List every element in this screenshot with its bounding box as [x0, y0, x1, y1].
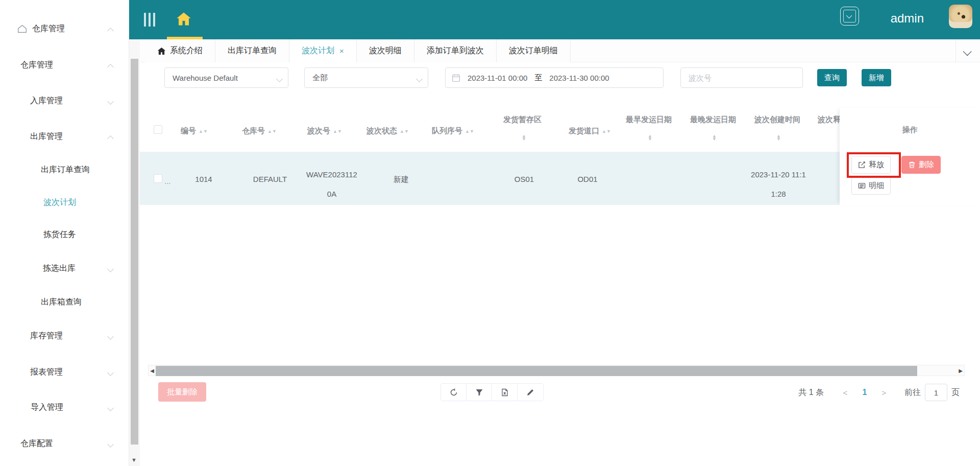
tab-bar: 系统介绍 出库订单查询 波次计划 × 波次明细 添加订单到波次 波次订单明细: [140, 39, 980, 62]
sidebar-item-inventory-mgmt[interactable]: 库存管理: [30, 329, 63, 342]
funnel-icon: [475, 388, 483, 397]
horizontal-scrollbar-thumb[interactable]: [156, 366, 917, 376]
add-button[interactable]: 新增: [862, 69, 891, 86]
row-checkbox[interactable]: [154, 174, 162, 183]
table-footer: 批量删除 共 1 条 < 1 > 前往 页: [140, 376, 980, 412]
tab-wave-plan[interactable]: 波次计划 ×: [289, 39, 357, 62]
main-content: 系统介绍 出库订单查询 波次计划 × 波次明细 添加订单到波次 波次订单明细 W…: [140, 39, 980, 466]
date-range-picker[interactable]: 2023-11-01 00:00 至 2023-11-30 00:00: [445, 67, 664, 88]
menu-toggle-button[interactable]: [144, 13, 156, 27]
avatar[interactable]: [949, 5, 972, 28]
cell-staging-area: OS01: [507, 175, 541, 183]
filter-button[interactable]: [467, 384, 492, 401]
current-page-button[interactable]: 1: [854, 388, 875, 397]
sidebar-item-outbound-mgmt[interactable]: 出库管理: [30, 130, 63, 143]
delete-button[interactable]: 删除: [901, 156, 941, 174]
sidebar-item-label: 波次计划: [43, 197, 76, 208]
col-wave-no[interactable]: 波次号▲▼: [307, 126, 342, 136]
filter-bar: Warehouse Default 全部 2023-11-01 00:00 至 …: [140, 62, 980, 113]
detail-button[interactable]: 明细: [851, 177, 891, 195]
tab-system-intro[interactable]: 系统介绍: [145, 39, 215, 62]
col-earliest-ship-date[interactable]: 最早发运日期: [626, 115, 672, 125]
tab-overflow-button[interactable]: [955, 39, 980, 62]
vertical-scrollbar[interactable]: ▼: [129, 39, 140, 466]
sidebar-item-warehouse-config[interactable]: 仓库配置: [20, 437, 53, 450]
chevron-down-icon: [964, 47, 972, 55]
sidebar-item-outbound-box-query[interactable]: 出库箱查询: [41, 295, 82, 309]
tab-add-order-to-wave[interactable]: 添加订单到波次: [414, 39, 497, 62]
col-warehouse[interactable]: 仓库号▲▼: [242, 126, 277, 136]
tab-wave-detail[interactable]: 波次明细: [357, 39, 414, 62]
sort-icons[interactable]: ▲▼: [199, 130, 208, 133]
next-page-button[interactable]: >: [875, 388, 893, 397]
sidebar-item-warehouse-mgmt[interactable]: 仓库管理: [20, 58, 53, 72]
edit-columns-button[interactable]: [518, 384, 543, 401]
sort-icons[interactable]: ▲▼: [465, 130, 474, 133]
pen-icon: [526, 388, 534, 397]
sort-icons[interactable]: ▲▼: [648, 134, 652, 141]
col-dock[interactable]: 发货道口▲▼: [569, 126, 611, 136]
col-wave-release[interactable]: 波次释: [818, 115, 841, 125]
username-label[interactable]: admin: [891, 11, 924, 26]
sidebar-item-pick-outbound[interactable]: 拣选出库: [43, 262, 76, 275]
query-button[interactable]: 查询: [817, 69, 847, 86]
scroll-left-arrow-icon[interactable]: ◀: [149, 368, 156, 374]
tab-outbound-order-query[interactable]: 出库订单查询: [215, 39, 289, 62]
close-icon[interactable]: ×: [339, 46, 344, 55]
sidebar-item-inbound-mgmt[interactable]: 入库管理: [30, 94, 63, 107]
tab-label: 系统介绍: [170, 45, 203, 56]
sort-icons[interactable]: ▲▼: [400, 130, 409, 133]
sort-icons[interactable]: ▲▼: [712, 134, 717, 141]
chevron-down-icon: [108, 405, 114, 410]
scroll-down-arrow-icon[interactable]: ▼: [131, 457, 137, 463]
col-wave-status[interactable]: 波次状态▲▼: [366, 126, 409, 136]
tab-wave-order-detail[interactable]: 波次订单明细: [497, 39, 571, 62]
horizontal-scrollbar[interactable]: ◀ ▶: [148, 365, 965, 376]
wave-no-input[interactable]: [689, 74, 795, 82]
col-queue-seq[interactable]: 队列序号▲▼: [432, 126, 474, 136]
warehouse-select[interactable]: Warehouse Default: [164, 67, 288, 88]
goto-page-input[interactable]: [925, 384, 947, 401]
page-suffix-label: 页: [951, 387, 960, 398]
chevron-down-icon: [108, 333, 114, 339]
cell-created-at: 2023-11-20 11:11:28: [749, 165, 807, 204]
col-id[interactable]: 编号▲▼: [181, 126, 208, 136]
sort-icons[interactable]: ▲▼: [776, 134, 781, 141]
sidebar-item-label: 报表管理: [30, 367, 63, 378]
date-from-value[interactable]: 2023-11-01 00:00: [468, 74, 527, 82]
vertical-scrollbar-thumb[interactable]: [131, 59, 138, 445]
sort-icons[interactable]: ▲▼: [267, 130, 277, 133]
sidebar-item-import-mgmt[interactable]: 导入管理: [31, 401, 63, 414]
sidebar-item-warehouse-root[interactable]: 仓库管理: [17, 22, 65, 35]
chevron-down-icon: [108, 369, 114, 375]
col-wave-created-at[interactable]: 波次创建时间: [754, 115, 800, 125]
sort-icons[interactable]: ▲▼: [333, 130, 342, 133]
prev-page-button[interactable]: <: [836, 388, 854, 397]
sidebar-item-picking-task[interactable]: 拣货任务: [43, 228, 76, 241]
date-to-value[interactable]: 2023-11-30 00:00: [549, 74, 609, 82]
release-button[interactable]: 释放: [851, 156, 891, 174]
sidebar-item-outbound-order-query[interactable]: 出库订单查询: [41, 163, 90, 176]
home-button[interactable]: [176, 11, 192, 28]
batch-delete-button[interactable]: 批量删除: [158, 382, 206, 402]
sidebar-item-wave-plan[interactable]: 波次计划: [43, 196, 76, 209]
chevron-down-icon: [108, 441, 114, 447]
sidebar-item-report-mgmt[interactable]: 报表管理: [30, 365, 63, 379]
export-excel-button[interactable]: [492, 384, 518, 401]
refresh-icon: [450, 388, 458, 397]
cell-id: 1014: [188, 175, 219, 183]
wave-no-field: [680, 67, 803, 88]
language-dropdown-button[interactable]: [840, 7, 859, 26]
status-select[interactable]: 全部: [304, 67, 428, 88]
refresh-button[interactable]: [441, 384, 467, 401]
select-all-checkbox[interactable]: [154, 125, 162, 134]
col-staging-area[interactable]: 发货暂存区: [503, 115, 542, 125]
date-separator-label: 至: [534, 73, 542, 83]
chevron-up-icon: [108, 134, 114, 139]
sort-icons[interactable]: ▲▼: [522, 134, 526, 141]
sidebar-item-label: 出库管理: [30, 131, 63, 142]
chevron-down-icon: [847, 13, 852, 18]
sort-icons[interactable]: ▲▼: [602, 130, 611, 133]
scroll-right-arrow-icon[interactable]: ▶: [957, 368, 964, 374]
col-latest-ship-date[interactable]: 最晚发运日期: [690, 115, 736, 125]
